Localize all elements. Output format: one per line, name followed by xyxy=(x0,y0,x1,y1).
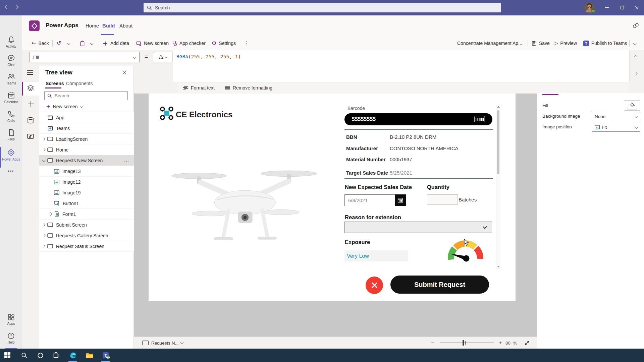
fx-dropdown[interactable]: fx xyxy=(153,52,172,62)
background-image-dropdown[interactable]: None xyxy=(592,112,640,121)
sidebar-item-chat[interactable]: Chat xyxy=(0,54,22,67)
data-rail-button[interactable] xyxy=(27,117,34,124)
toolbar-overflow-chevron[interactable] xyxy=(634,36,636,50)
tree-item-form1[interactable]: Form1 xyxy=(39,209,134,220)
barcode-input[interactable]: 55555555 xyxy=(344,113,492,125)
new-screen-tree-button[interactable]: + New screen xyxy=(46,103,83,110)
chevron-right-icon[interactable] xyxy=(42,234,46,237)
scroll-up-icon[interactable] xyxy=(497,106,500,108)
tree-item-teams[interactable]: Teams xyxy=(39,123,134,134)
tab-build[interactable]: Build xyxy=(102,23,115,28)
chevron-down-icon[interactable] xyxy=(180,341,184,344)
fit-to-window-icon[interactable] xyxy=(524,340,530,346)
scroll-down-icon[interactable] xyxy=(497,266,500,267)
cancel-button[interactable] xyxy=(366,277,383,294)
chevron-right-icon[interactable] xyxy=(42,148,46,152)
undo-button[interactable]: ↺ xyxy=(57,36,61,50)
task-view-button[interactable] xyxy=(52,351,60,359)
item-more-button[interactable]: ... xyxy=(124,158,129,163)
tree-item-requests-gallery-screen[interactable]: Requests Gallery Screen xyxy=(39,230,134,241)
teams-taskbar-button[interactable]: T xyxy=(102,351,110,359)
submit-request-button[interactable]: Submit Request xyxy=(390,276,489,294)
minimize-button[interactable] xyxy=(599,0,614,15)
restore-button[interactable] xyxy=(615,0,630,15)
add-data-button[interactable]: +Add data xyxy=(103,36,129,50)
tree-item-app[interactable]: App xyxy=(39,112,134,123)
sidebar-item-calls[interactable]: Calls xyxy=(0,110,22,123)
start-button[interactable] xyxy=(3,351,11,359)
tree-item-requests-new-screen[interactable]: Requests New Screen ... xyxy=(39,155,134,166)
reason-dropdown[interactable] xyxy=(344,222,492,233)
teams-search-box[interactable] xyxy=(144,3,501,12)
sidebar-item-power-apps[interactable]: Power Apps xyxy=(0,148,22,161)
screen-selector[interactable]: Requests N... xyxy=(151,341,179,346)
toolbar-more-button[interactable]: ⋮ xyxy=(244,36,249,50)
new-screen-button[interactable]: New screen xyxy=(136,36,169,50)
image-position-dropdown[interactable]: Fit xyxy=(592,123,640,132)
collapse-formula-bar-icon[interactable] xyxy=(634,55,638,59)
remove-formatting-button[interactable]: Remove formatting xyxy=(233,85,272,90)
zoom-in-button[interactable]: + xyxy=(499,340,502,346)
sidebar-more-button[interactable]: ••• xyxy=(0,169,22,174)
chevron-right-icon[interactable] xyxy=(42,223,46,227)
scrollbar-thumb[interactable] xyxy=(497,110,499,174)
tree-item-image12[interactable]: Image12 xyxy=(39,177,134,187)
quantity-input[interactable] xyxy=(427,194,458,205)
sidebar-item-files[interactable]: Files xyxy=(0,128,22,141)
chevron-right-icon[interactable] xyxy=(49,213,52,216)
date-picker-button[interactable] xyxy=(395,194,406,206)
sidebar-item-help[interactable]: ? Help xyxy=(0,332,22,344)
app-canvas[interactable]: CE Electronics Barcode xyxy=(149,94,516,301)
property-selector-dropdown[interactable]: Fill xyxy=(30,52,140,62)
sidebar-item-calendar[interactable]: Calendar xyxy=(0,91,22,104)
chevron-right-icon[interactable] xyxy=(42,137,46,141)
tree-item-home[interactable]: Home xyxy=(39,144,134,155)
tree-item-button1[interactable]: Button1 xyxy=(39,198,134,209)
zoom-slider-handle[interactable] xyxy=(463,340,464,346)
app-checker-button[interactable]: App checker xyxy=(172,36,206,50)
publish-to-teams-button[interactable]: T Publish to Teams xyxy=(583,36,627,50)
sidebar-item-teams[interactable]: Teams xyxy=(0,72,22,85)
tab-components[interactable]: Components xyxy=(66,81,93,86)
paste-menu-button[interactable] xyxy=(91,36,93,50)
back-button[interactable]: ←Back xyxy=(32,36,49,50)
fill-color-button[interactable] xyxy=(624,100,640,111)
tab-home[interactable]: Home xyxy=(86,23,99,28)
paste-button[interactable] xyxy=(80,36,85,50)
media-rail-button[interactable] xyxy=(27,133,34,140)
share-link-icon[interactable] xyxy=(633,23,639,28)
teams-search-input[interactable] xyxy=(155,5,457,10)
tree-item-request-status-screen[interactable]: Request Status Screen xyxy=(39,241,134,252)
tab-screens[interactable]: Screens xyxy=(46,81,64,86)
tree-view-rail-button[interactable] xyxy=(27,84,34,92)
cortana-button[interactable] xyxy=(36,351,44,359)
tree-item-loadingscreen[interactable]: LoadingScreen xyxy=(39,134,134,144)
zoom-slider-track[interactable] xyxy=(440,343,494,343)
tree-item-image19[interactable]: Image19 xyxy=(39,187,134,198)
edge-browser-button[interactable] xyxy=(69,351,77,359)
sidebar-item-apps[interactable]: Apps xyxy=(0,313,22,325)
sidebar-item-activity[interactable]: Activity xyxy=(0,36,22,48)
chevron-right-icon[interactable] xyxy=(42,245,46,248)
file-explorer-button[interactable] xyxy=(86,351,94,359)
nav-back-icon[interactable] xyxy=(5,5,9,9)
chevron-down-icon[interactable] xyxy=(42,159,46,162)
format-text-button[interactable]: Format text xyxy=(191,85,215,90)
formula-editor[interactable]: RGBA(255, 255, 255, 1) xyxy=(173,50,630,82)
tree-item-submit-screen[interactable]: Submit Screen xyxy=(39,220,134,230)
nav-forward-icon[interactable] xyxy=(14,5,19,9)
tree-search-box[interactable] xyxy=(44,91,128,100)
insert-rail-button[interactable] xyxy=(28,101,35,107)
tree-search-input[interactable] xyxy=(55,93,118,98)
form-scrollbar[interactable] xyxy=(496,105,500,269)
close-button[interactable] xyxy=(629,0,644,15)
expand-panel-icon[interactable] xyxy=(634,72,638,75)
save-button[interactable]: Save xyxy=(532,36,550,50)
collapse-rail-button[interactable] xyxy=(27,69,34,76)
zoom-out-button[interactable]: − xyxy=(431,340,434,346)
undo-menu-button[interactable] xyxy=(67,36,70,50)
preview-button[interactable]: ▷Preview xyxy=(554,36,577,50)
tree-item-image13[interactable]: Image13 xyxy=(39,166,134,177)
settings-button[interactable]: ⚙Settings xyxy=(212,36,236,50)
tab-about[interactable]: About xyxy=(119,23,132,28)
